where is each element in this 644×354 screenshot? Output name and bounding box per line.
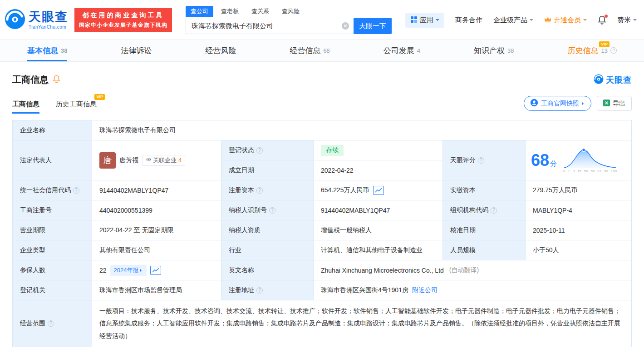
watermark-logo: 天眼查: [594, 74, 632, 86]
search-button[interactable]: 天眼一下: [354, 18, 392, 34]
tianyancha-logo[interactable]: 天眼查 TianYanCha.com: [5, 9, 68, 31]
help-icon[interactable]: [73, 187, 79, 194]
field-label: 企业名称: [13, 120, 92, 140]
help-icon[interactable]: [256, 287, 263, 294]
subtab-label: 历史工商信息: [56, 100, 97, 108]
search-tabs: 查公司 查老板 查关系 查风险: [186, 6, 392, 17]
tab-legal-proceedings[interactable]: 法律诉讼: [121, 40, 152, 61]
value-text: 2025-10-11: [533, 227, 565, 234]
promo-banner: 都在用的商业查询工具 国家中小企业发展子基金旗下机构: [74, 8, 172, 32]
industry-value: 计算机、通信和其他电子设备制造业: [314, 240, 443, 260]
search-tab-boss[interactable]: 查老板: [216, 6, 244, 17]
arrow-right-icon: [140, 269, 143, 272]
search-box: [186, 18, 354, 34]
tab-history-info[interactable]: VIP 历史信息 13: [567, 40, 616, 61]
nearby-companies-link[interactable]: 附近公司: [412, 286, 438, 294]
help-icon[interactable]: [269, 207, 275, 214]
top-nav: 应用 商务合作 企业级产品 开通会员 费米: [405, 13, 637, 28]
search-tab-company[interactable]: 查公司: [186, 6, 213, 17]
chevron-down-icon: [583, 19, 587, 23]
open-vip-label: 开通会员: [554, 16, 581, 25]
field-label: 组织机构代码: [443, 200, 526, 220]
establish-date-value: 2022-04-22: [314, 160, 443, 180]
search-area: 查公司 查老板 查关系 查风险 天眼一下: [186, 6, 392, 34]
nav-cooperation[interactable]: 商务合作: [455, 16, 482, 25]
tab-operation-risk[interactable]: 经营风险: [205, 40, 236, 61]
export-button[interactable]: 导出: [597, 96, 632, 111]
promo-line2: 国家中小企业发展子基金旗下机构: [79, 21, 167, 29]
value-text: 91440402MABLY1QP47: [321, 207, 390, 214]
official-snapshot-button[interactable]: 工商官网快照: [524, 96, 591, 111]
field-label: 天眼评分: [443, 140, 526, 180]
label-text: 经营范围: [20, 319, 45, 328]
staff-size-value: 小于50人: [526, 240, 632, 260]
field-label: 纳税人识别号: [221, 200, 314, 220]
cooperation-label: 商务合作: [455, 16, 482, 25]
brand-domain: TianYanCha.com: [29, 25, 68, 30]
business-term-value: 2022-04-22 至 无固定期限: [92, 220, 221, 240]
label-text: 实缴资本: [450, 186, 476, 194]
value-text: 22: [99, 267, 107, 274]
auto-translate-note: (自动翻译): [449, 266, 479, 274]
search-input[interactable]: [191, 22, 342, 30]
tab-operation-info[interactable]: 经营信息 68: [290, 40, 329, 61]
score-distribution-chart: 0131550659799100: [563, 148, 617, 173]
subtab-history-business-info[interactable]: VIP 历史工商信息: [56, 100, 97, 114]
enterprise-label: 企业级产品: [493, 16, 527, 25]
help-icon[interactable]: [256, 187, 263, 194]
english-name-value: Zhuhai Xinchuang Microelectronics Co., L…: [314, 260, 632, 280]
label-text: 英文名称: [229, 266, 254, 274]
clear-search-icon[interactable]: [342, 22, 349, 30]
notification-bell-icon[interactable]: [598, 15, 606, 25]
related-companies-tag[interactable]: 关联企业 4: [142, 155, 185, 166]
promo-line1: 都在用的商业查询工具: [79, 11, 167, 20]
legal-rep-avatar[interactable]: 唐: [99, 152, 116, 169]
subscribe-bell-icon[interactable]: [53, 75, 60, 85]
nav-enterprise-products[interactable]: 企业级产品: [493, 16, 533, 25]
tab-basic-info[interactable]: 基本信息 38: [27, 40, 67, 61]
tab-label: 法律诉讼: [121, 45, 152, 56]
label-text: 登记机关: [20, 286, 45, 294]
nav-open-vip[interactable]: 开通会员: [544, 16, 587, 25]
help-icon[interactable]: [478, 157, 484, 164]
capital-trend-icon[interactable]: [373, 186, 384, 195]
tab-intellectual-property[interactable]: 知识产权 38: [474, 40, 514, 61]
help-icon[interactable]: [610, 47, 617, 54]
tab-company-development[interactable]: 公司发展 4: [383, 40, 420, 61]
business-info-card: 工商信息 天眼查 工商信息 VIP 历史工商信息 工商官网快照: [0, 74, 644, 347]
tab-label: 经营风险: [205, 45, 236, 56]
label-text: 企业类型: [20, 246, 45, 254]
label-text: 注册资本: [229, 186, 254, 194]
field-label: 登记机关: [13, 280, 92, 300]
help-icon[interactable]: [491, 207, 497, 214]
vip-badge: VIP: [599, 41, 610, 47]
search-tab-risk[interactable]: 查风险: [277, 6, 305, 17]
field-label: 企业类型: [13, 240, 92, 260]
insured-count-value: 22 2024年报: [92, 260, 221, 280]
help-icon[interactable]: [48, 320, 54, 327]
label-text: 成立日期: [229, 166, 254, 175]
credit-code-value: 91440402MABLY1QP47: [92, 180, 221, 200]
reg-authority-value: 珠海市香洲区市场监督管理局: [92, 280, 221, 300]
value-text: 654.225万人民币: [321, 186, 369, 194]
excel-icon: [603, 100, 610, 108]
value-text: 增值税一般纳税人: [321, 226, 372, 234]
tab-label: 经营信息: [290, 45, 320, 56]
insured-trend-icon[interactable]: [150, 266, 161, 275]
value-text: 计算机、通信和其他电子设备制造业: [321, 246, 423, 254]
legal-rep-name[interactable]: 唐芳福: [119, 156, 138, 165]
reg-status-value: 存续: [314, 140, 443, 160]
tab-count: 38: [507, 47, 514, 54]
score-axis-labels: 0131550659799100: [563, 169, 617, 173]
annual-report-tag[interactable]: 2024年报: [110, 265, 147, 276]
subtab-business-info[interactable]: 工商信息: [12, 100, 39, 114]
tab-label: 知识产权: [474, 45, 505, 56]
apps-menu[interactable]: 应用: [405, 13, 444, 28]
label-text: 纳税人识别号: [229, 206, 267, 214]
help-icon[interactable]: [256, 147, 263, 154]
score-number: 68: [531, 152, 549, 169]
status-badge: 存续: [321, 145, 344, 156]
search-tab-relation[interactable]: 查关系: [246, 6, 274, 17]
nav-user-menu[interactable]: 费米: [617, 16, 637, 25]
value-text: 2022-04-22 至 无固定期限: [99, 226, 173, 234]
